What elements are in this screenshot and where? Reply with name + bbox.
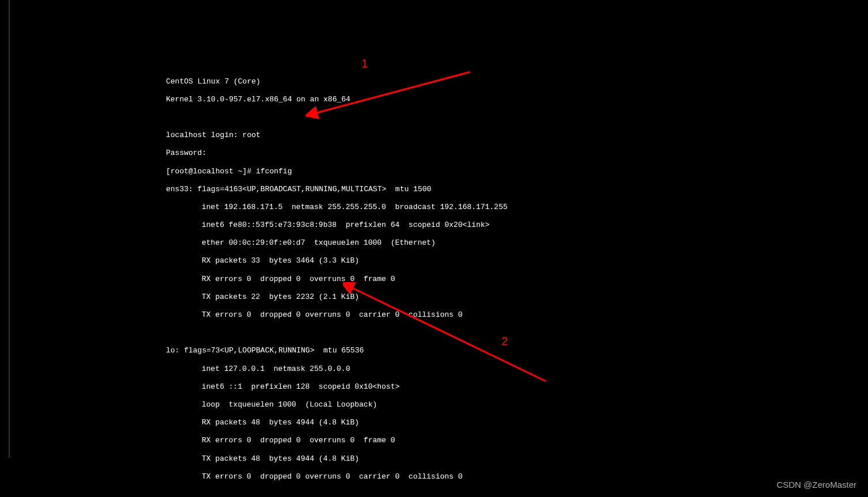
login-prompt: localhost login: root	[166, 131, 508, 140]
svg-line-1	[314, 72, 470, 113]
annotation-arrow-1-icon	[305, 60, 478, 124]
password-prompt: Password:	[166, 149, 508, 158]
watermark: CSDN @ZeroMaster	[776, 480, 856, 490]
annotation-label-1: 1	[361, 56, 368, 70]
lo-loop: loop txqueuelen 1000 (Local Loopback)	[166, 400, 508, 409]
svg-line-3	[350, 287, 546, 381]
lo-tx-packets: TX packets 48 bytes 4944 (4.8 KiB)	[166, 454, 508, 464]
annotation-arrow-2-icon	[343, 282, 556, 386]
ens33-ether: ether 00:0c:29:0f:e0:d7 txqueuelen 1000 …	[166, 238, 508, 248]
ens33-inet6: inet6 fe80::53f5:e73:93c8:9b38 prefixlen…	[166, 221, 508, 230]
lo-tx-errors: TX errors 0 dropped 0 overruns 0 carrier…	[166, 472, 508, 481]
window-border	[9, 0, 10, 458]
lo-rx-packets: RX packets 48 bytes 4944 (4.8 KiB)	[166, 418, 508, 427]
annotation-label-2: 2	[501, 334, 508, 348]
blank	[166, 490, 508, 497]
lo-rx-errors: RX errors 0 dropped 0 overruns 0 frame 0	[166, 436, 508, 445]
ens33-header: ens33: flags=4163<UP,BROADCAST,RUNNING,M…	[166, 185, 508, 194]
command-ifconfig: [root@localhost ~]# ifconfig	[166, 167, 508, 176]
ens33-rx-packets: RX packets 33 bytes 3464 (3.3 KiB)	[166, 256, 508, 265]
ens33-inet: inet 192.168.171.5 netmask 255.255.255.0…	[166, 203, 508, 212]
